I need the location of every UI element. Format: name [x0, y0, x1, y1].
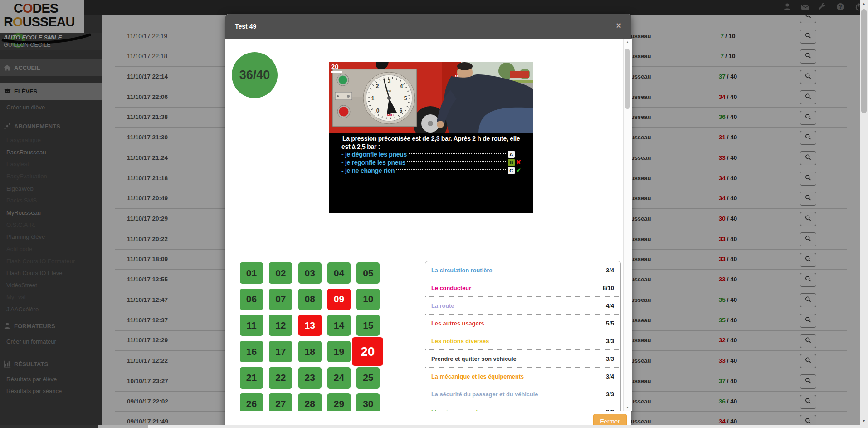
category-row: Les autres usagers5/5	[425, 315, 620, 332]
answer-option: - je regonfle les pneusB✘	[341, 158, 523, 166]
category-score: 8/10	[603, 285, 614, 291]
question-number: 20	[331, 63, 339, 70]
app-root: 11/10/17 22:19PassRousseau7/ 1011/10/17 …	[0, 0, 868, 428]
question-button-01[interactable]: 01	[240, 262, 263, 284]
answer-option-text: - je regonfle les pneus	[341, 159, 405, 166]
question-button-05[interactable]: 05	[356, 262, 380, 284]
svg-text:1: 1	[371, 95, 375, 102]
answer-option: - je ne change rienC✔	[341, 167, 523, 174]
dotted-leader	[409, 153, 506, 154]
svg-text:EMIC: EMIC	[385, 113, 394, 117]
question-button-10[interactable]: 10	[356, 289, 380, 310]
page-horizontal-scrollbar[interactable]	[0, 425, 860, 428]
modal-scroll-up-icon[interactable]: ▲	[624, 39, 631, 45]
category-score: 5/5	[606, 320, 614, 327]
page-scroll-down-icon[interactable]: ▼	[860, 417, 868, 425]
category-row: La route4/4	[425, 297, 620, 315]
question-button-18[interactable]: 18	[298, 341, 322, 362]
modal-scrollbar[interactable]: ▲ ▼	[623, 39, 632, 411]
question-button-06[interactable]: 06	[240, 289, 263, 310]
category-score: 3/3	[606, 338, 614, 344]
question-button-25[interactable]: 25	[356, 367, 380, 389]
svg-text:5: 5	[404, 95, 407, 102]
page-scrollbar-thumb[interactable]	[861, 9, 867, 113]
category-label: Le conducteur	[431, 285, 471, 291]
answer-option-text: - je ne change rien	[341, 167, 395, 174]
score-badge: 36/40	[232, 52, 278, 98]
question-button-17[interactable]: 17	[269, 341, 292, 362]
page-scroll-up-icon[interactable]: ▲	[860, 0, 868, 8]
page-hscrollbar-thumb[interactable]	[98, 425, 148, 428]
question-button-11[interactable]: 11	[240, 315, 263, 336]
modal-scrollbar-thumb[interactable]	[625, 49, 630, 109]
question-button-02[interactable]: 02	[269, 262, 292, 284]
category-row: La mécanique et les équipements3/4	[425, 368, 620, 385]
question-button-24[interactable]: 24	[327, 367, 351, 389]
svg-text:6: 6	[400, 108, 403, 114]
category-row: Prendre et quitter son véhicule3/3	[425, 350, 620, 368]
question-button-04[interactable]: 04	[327, 262, 351, 284]
category-label: La circulation routière	[431, 267, 492, 274]
category-label: Les autres usagers	[431, 320, 484, 327]
category-row: La circulation routière3/4	[425, 261, 620, 279]
question-button-07[interactable]: 07	[269, 289, 292, 310]
question-line-1: La pression préconisée est de 2,3 bar. A…	[342, 135, 520, 142]
question-text-box: La pression préconisée est de 2,3 bar. A…	[329, 133, 533, 213]
answer-letter-box: B	[508, 159, 515, 166]
page-hscrollbar-corner	[0, 425, 98, 428]
category-label: La mécanique et les équipements	[431, 373, 524, 380]
question-button-12[interactable]: 12	[269, 315, 292, 336]
question-button-09[interactable]: 09	[327, 289, 351, 310]
question-button-03[interactable]: 03	[298, 262, 322, 284]
category-score-table: La circulation routière3/4Le conducteur8…	[425, 261, 621, 417]
question-button-13[interactable]: 13	[298, 315, 322, 336]
category-label: Les notions diverses	[431, 338, 489, 344]
question-button-22[interactable]: 22	[269, 367, 292, 389]
answer-letter-box: C	[508, 167, 515, 174]
question-photo: LAVAGE	[329, 62, 533, 133]
svg-text:3: 3	[388, 78, 391, 84]
dotted-leader	[396, 169, 506, 170]
category-label: La route	[431, 302, 454, 309]
category-row: Le conducteur8/10	[425, 279, 620, 297]
question-button-15[interactable]: 15	[356, 315, 380, 336]
correct-icon: ✔	[516, 167, 523, 174]
category-row: Les notions diverses3/3	[425, 332, 620, 350]
question-button-08[interactable]: 08	[298, 289, 322, 310]
answer-option: - je dégonfle les pneusA	[341, 150, 523, 158]
question-line-2: est à 2,5 bar :	[341, 143, 380, 150]
category-score: 3/3	[606, 391, 614, 398]
question-button-16[interactable]: 16	[240, 341, 263, 362]
answer-letter-box: A	[508, 151, 515, 158]
category-score: 3/4	[606, 267, 614, 274]
modal-scroll-down-icon[interactable]: ▼	[624, 404, 631, 411]
category-score: 4/4	[606, 302, 614, 309]
question-number-underline	[331, 71, 342, 73]
dotted-leader	[407, 161, 506, 162]
svg-text:0: 0	[376, 108, 380, 114]
svg-text:2: 2	[376, 83, 379, 89]
wrong-icon: ✘	[516, 159, 523, 166]
modal-title: Test 49	[235, 14, 256, 39]
question-photo-illustration: LAVAGE	[329, 62, 533, 133]
category-score: 3/3	[606, 355, 614, 362]
question-button-23[interactable]: 23	[298, 367, 322, 389]
category-row: La sécurité du passager et du véhicule3/…	[425, 385, 620, 403]
question-button-14[interactable]: 14	[327, 315, 351, 336]
answer-option-text: - je dégonfle les pneus	[341, 151, 407, 158]
question-button-21[interactable]: 21	[240, 367, 263, 389]
page-vertical-scrollbar[interactable]: ▲ ▼	[860, 0, 868, 428]
test-result-modal: Test 49 × 36/40 LAVAGE	[225, 14, 631, 428]
category-score: 3/4	[606, 373, 614, 380]
svg-text:4: 4	[400, 83, 403, 89]
question-button-20[interactable]: 20	[352, 337, 383, 366]
close-icon[interactable]: ×	[616, 20, 621, 31]
modal-header: Test 49 ×	[225, 14, 631, 39]
category-label: Prendre et quitter son véhicule	[431, 355, 517, 362]
question-button-19[interactable]: 19	[327, 341, 351, 362]
category-label: La sécurité du passager et du véhicule	[431, 391, 538, 398]
